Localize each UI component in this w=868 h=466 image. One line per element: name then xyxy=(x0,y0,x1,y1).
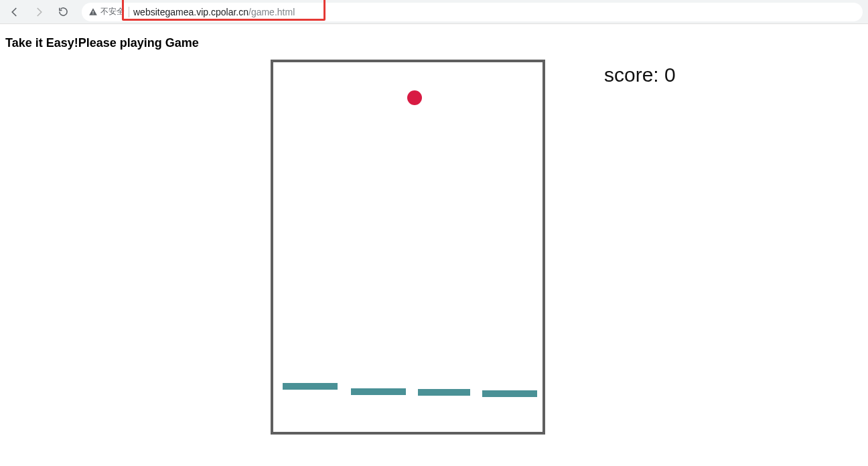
arrow-left-icon xyxy=(9,6,21,18)
separator xyxy=(129,7,129,17)
security-warning: 不安全 xyxy=(88,6,125,17)
game-wrapper: score: 0 xyxy=(5,60,863,435)
svg-rect-0 xyxy=(92,11,93,13)
url-path: /game.html xyxy=(248,7,295,17)
svg-rect-1 xyxy=(92,13,93,14)
address-bar[interactable]: 不安全 websitegamea.vip.cpolar.cn/game.html xyxy=(82,3,863,21)
page-heading: Take it Easy!Please playing Game xyxy=(5,36,863,50)
browser-toolbar: 不安全 websitegamea.vip.cpolar.cn/game.html xyxy=(0,0,868,24)
back-button[interactable] xyxy=(5,3,24,21)
score-label: score: xyxy=(604,64,664,86)
score-text: score: 0 xyxy=(604,64,676,86)
security-label: 不安全 xyxy=(100,6,125,17)
warning-icon xyxy=(88,7,98,17)
game-platform xyxy=(351,388,406,395)
arrow-right-icon xyxy=(33,6,45,18)
game-platform xyxy=(482,390,537,397)
url-host: websitegamea.vip.cpolar.cn xyxy=(133,7,248,17)
game-platform xyxy=(283,383,338,390)
reload-icon xyxy=(58,6,69,17)
game-ball xyxy=(407,90,422,105)
game-platform xyxy=(418,389,470,396)
forward-button[interactable] xyxy=(29,3,48,21)
reload-button[interactable] xyxy=(54,3,72,21)
url-text: websitegamea.vip.cpolar.cn/game.html xyxy=(133,7,295,17)
page-content: Take it Easy!Please playing Game score: … xyxy=(0,24,868,435)
score-value: 0 xyxy=(664,64,676,86)
game-canvas[interactable] xyxy=(271,60,545,435)
score-area: score: 0 xyxy=(604,64,676,86)
